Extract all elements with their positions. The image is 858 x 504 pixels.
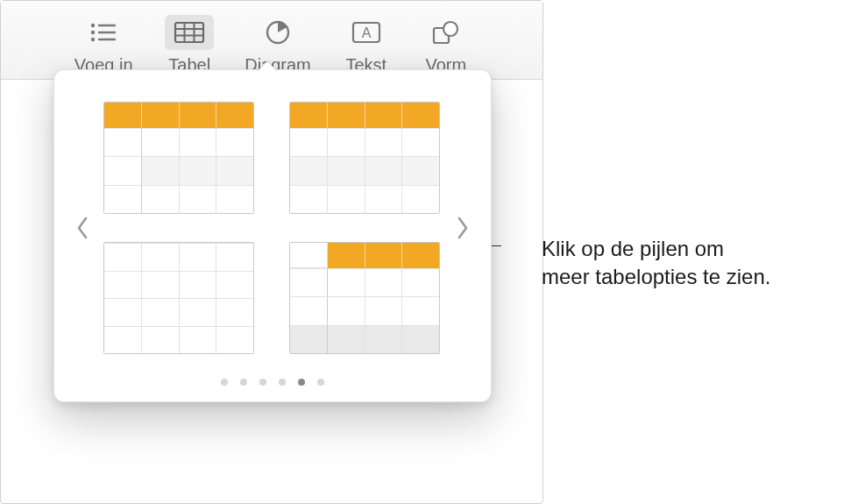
toolbar-item-table[interactable]: Tabel [159, 15, 220, 75]
page-dot[interactable] [317, 379, 324, 386]
callout-text: Klik op de pijlen om meer tabelopties te… [510, 235, 770, 292]
popover-caret [256, 60, 277, 71]
svg-text:A: A [361, 25, 371, 40]
textbox-icon: A [342, 15, 391, 50]
list-icon [79, 15, 128, 50]
table-style-header-leftcol-footer[interactable] [289, 242, 440, 354]
toolbar-item-insert[interactable]: Voeg in [73, 15, 134, 75]
svg-point-15 [443, 22, 457, 36]
app-window: Voeg in Tabel Diagram [0, 0, 543, 504]
next-arrow[interactable] [452, 210, 473, 245]
svg-point-4 [91, 38, 95, 41]
svg-rect-6 [175, 23, 203, 42]
toolbar-item-chart[interactable]: Diagram [245, 15, 311, 75]
table-icon [165, 15, 214, 50]
toolbar-item-shape[interactable]: Vorm [422, 15, 471, 75]
table-style-header-leftcol-alt[interactable] [103, 102, 254, 214]
table-style-grid [103, 102, 442, 354]
svg-point-2 [91, 31, 95, 34]
svg-point-0 [91, 24, 95, 27]
prev-arrow[interactable] [72, 210, 93, 245]
page-dot[interactable] [240, 379, 247, 386]
page-dot[interactable] [221, 379, 228, 386]
shape-icon [422, 15, 471, 50]
page-dot[interactable] [279, 379, 286, 386]
table-style-plain-grid[interactable] [103, 242, 254, 354]
table-style-header-alt[interactable] [289, 102, 440, 214]
page-dot[interactable] [298, 379, 305, 386]
toolbar-item-text[interactable]: A Tekst [336, 15, 397, 75]
table-styles-popover [53, 69, 492, 402]
page-dots [72, 379, 473, 386]
chart-icon [253, 15, 302, 50]
callout: Klik op de pijlen om meer tabelopties te… [542, 235, 770, 292]
page-dot[interactable] [259, 379, 266, 386]
